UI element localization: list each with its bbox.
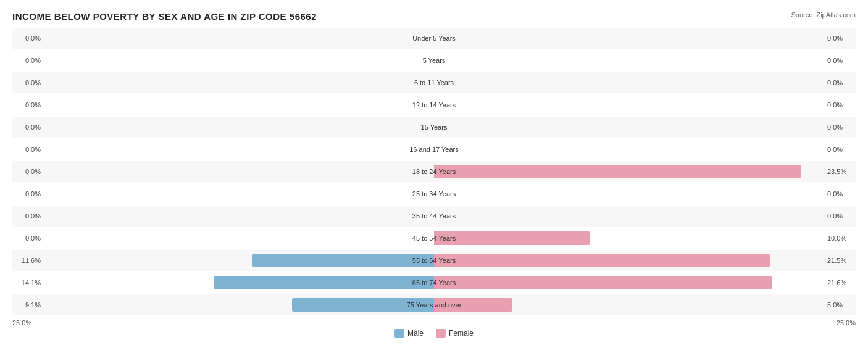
legend-male: Male xyxy=(394,329,424,338)
female-legend-label: Female xyxy=(449,329,474,338)
male-value: 0.0% xyxy=(12,190,43,197)
female-value: 21.6% xyxy=(825,279,856,286)
male-value: 9.1% xyxy=(12,301,43,309)
male-legend-label: Male xyxy=(407,329,424,338)
bar-row: 0.0%35 to 44 Years0.0% xyxy=(12,206,856,227)
axis-labels: 25.0% 25.0% xyxy=(12,319,856,326)
male-value: 0.0% xyxy=(12,123,43,131)
female-value: 0.0% xyxy=(825,57,856,64)
female-value: 5.0% xyxy=(825,301,856,309)
chart-container: INCOME BELOW POVERTY BY SEX AND AGE IN Z… xyxy=(0,0,868,345)
legend-female: Female xyxy=(436,329,474,338)
bar-row: 9.1%75 Years and over5.0% xyxy=(12,294,856,315)
axis-left-label: 25.0% xyxy=(12,319,31,326)
male-value: 0.0% xyxy=(12,35,43,42)
bar-row: 0.0%Under 5 Years0.0% xyxy=(12,28,856,49)
male-value: 0.0% xyxy=(12,212,43,220)
bar-row: 0.0%12 to 14 Years0.0% xyxy=(12,94,856,115)
chart-header: INCOME BELOW POVERTY BY SEX AND AGE IN Z… xyxy=(12,11,856,22)
male-bar xyxy=(292,298,434,312)
male-value: 0.0% xyxy=(12,168,43,175)
bar-row: 0.0%6 to 11 Years0.0% xyxy=(12,72,856,93)
bar-row: 0.0%45 to 54 Years10.0% xyxy=(12,228,856,249)
female-bar xyxy=(434,165,801,178)
bar-row: 0.0%25 to 34 Years0.0% xyxy=(12,183,856,204)
female-bar xyxy=(434,231,590,245)
bars-wrapper: 0.0%Under 5 Years0.0%0.0%5 Years0.0%0.0%… xyxy=(12,28,856,315)
male-value: 0.0% xyxy=(12,57,43,64)
bar-row: 14.1%65 to 74 Years21.6% xyxy=(12,272,856,293)
female-bar xyxy=(434,254,770,267)
female-value: 0.0% xyxy=(825,212,856,220)
bar-row: 0.0%5 Years0.0% xyxy=(12,50,856,71)
male-value: 0.0% xyxy=(12,146,43,153)
female-value: 0.0% xyxy=(825,123,856,131)
bar-row: 11.6%55 to 64 Years21.5% xyxy=(12,250,856,271)
male-value: 0.0% xyxy=(12,79,43,86)
male-value: 11.6% xyxy=(12,257,43,264)
female-value: 0.0% xyxy=(825,35,856,42)
female-value: 0.0% xyxy=(825,146,856,153)
female-legend-box xyxy=(436,329,446,338)
male-value: 14.1% xyxy=(12,279,43,286)
female-value: 0.0% xyxy=(825,190,856,197)
male-bar xyxy=(214,276,434,289)
chart-source: Source: ZipAtlas.com xyxy=(791,11,856,19)
bar-row: 0.0%16 and 17 Years0.0% xyxy=(12,139,856,160)
female-value: 21.5% xyxy=(825,257,856,264)
axis-right-label: 25.0% xyxy=(837,319,856,326)
female-bar xyxy=(434,276,772,289)
chart-title: INCOME BELOW POVERTY BY SEX AND AGE IN Z… xyxy=(12,11,317,22)
male-value: 0.0% xyxy=(12,101,43,109)
female-value: 0.0% xyxy=(825,101,856,109)
male-value: 0.0% xyxy=(12,235,43,242)
male-bar xyxy=(252,254,434,267)
legend: Male Female xyxy=(12,329,856,338)
bar-row: 0.0%18 to 24 Years23.5% xyxy=(12,161,856,182)
male-legend-box xyxy=(394,329,404,338)
female-value: 10.0% xyxy=(825,235,856,242)
bar-row: 0.0%15 Years0.0% xyxy=(12,117,856,138)
female-bar xyxy=(434,298,512,312)
female-value: 23.5% xyxy=(825,168,856,175)
female-value: 0.0% xyxy=(825,79,856,86)
